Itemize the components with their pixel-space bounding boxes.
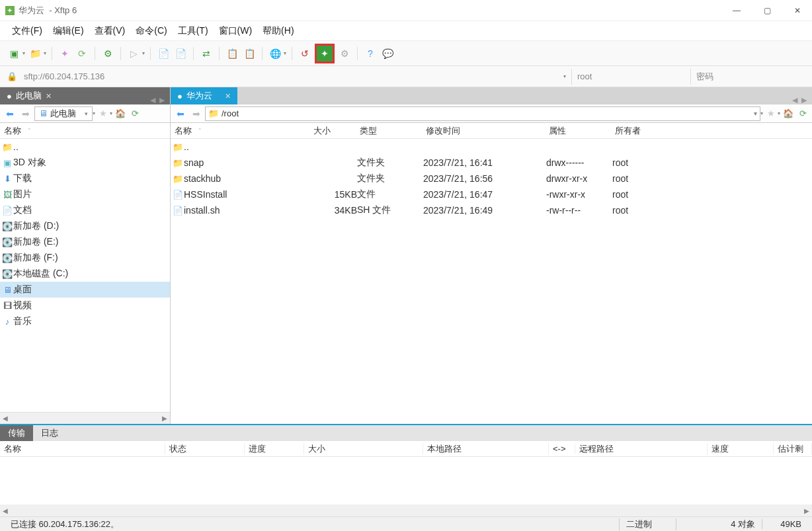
list-item[interactable]: 📄HSSInstall15KB文件2023/7/21, 16:47-rwxr-x…: [171, 186, 812, 202]
local-path-select[interactable]: 🖥此电脑▾: [34, 106, 93, 121]
item-type: SH 文件: [357, 204, 423, 216]
huawei-launch-icon[interactable]: ✦: [315, 44, 335, 63]
col-type[interactable]: 类型: [356, 123, 422, 138]
props-icon[interactable]: ⚙: [101, 46, 115, 61]
list-item[interactable]: 📁..: [0, 139, 170, 155]
bottom-scrollbar[interactable]: ◀▶: [0, 505, 812, 516]
tab-transfer[interactable]: 传输: [0, 425, 33, 441]
remote-file-list[interactable]: 📁..📁snap文件夹2023/7/21, 16:41drwx------roo…: [171, 139, 812, 424]
list-item[interactable]: ♪音乐: [0, 313, 170, 329]
status-mode: 二进制: [619, 518, 676, 530]
list-item[interactable]: 💽新加卷 (E:): [0, 234, 170, 250]
password-input[interactable]: 密码: [690, 69, 809, 85]
col-name[interactable]: 名称˄: [171, 123, 309, 138]
menu-window[interactable]: 窗口(W): [216, 24, 255, 38]
remote-path-input[interactable]: 📁 /root ▾: [205, 106, 760, 121]
list-item[interactable]: 🖥桌面: [0, 282, 170, 298]
item-name: ..: [184, 142, 189, 152]
forward-button[interactable]: ➡: [19, 106, 33, 121]
list-item[interactable]: 🎞视频: [0, 298, 170, 313]
list-item[interactable]: 💽新加卷 (F:): [0, 250, 170, 266]
file-icon: 📄: [172, 190, 184, 200]
col-attr[interactable]: 属性: [545, 123, 611, 138]
menu-view[interactable]: 查看(V): [92, 24, 128, 38]
tab-next-icon[interactable]: ▶: [159, 96, 165, 104]
list-item[interactable]: 📄文档: [0, 202, 170, 218]
menu-help[interactable]: 帮助(H): [260, 24, 296, 38]
play-icon[interactable]: ▷: [126, 46, 141, 61]
list-item[interactable]: 📁stackhub文件夹2023/7/21, 16:56drwxr-xr-xro…: [171, 171, 812, 186]
col-mtime[interactable]: 修改时间: [422, 123, 545, 138]
menu-tools[interactable]: 工具(T): [175, 24, 211, 38]
tab-local[interactable]: ● 此电脑✕: [0, 87, 58, 104]
list-item[interactable]: 📄install.sh34KBSH 文件2023/7/21, 16:49-rw-…: [171, 202, 812, 218]
tab-remote[interactable]: ● 华为云 ✕: [171, 87, 237, 104]
maximize-button[interactable]: ▢: [758, 6, 776, 15]
doc1-icon[interactable]: 📄: [156, 46, 171, 61]
item-attr: drwx------: [546, 157, 612, 168]
sync-arrows-icon[interactable]: ⇄: [199, 46, 214, 61]
col-size[interactable]: 大小: [309, 123, 356, 138]
disk-icon: 💽: [1, 237, 13, 247]
tab-log[interactable]: 日志: [33, 425, 66, 441]
tab-prev-icon[interactable]: ◀: [792, 96, 797, 104]
back-button[interactable]: ⬅: [173, 106, 188, 121]
doc2-icon[interactable]: 📄: [173, 46, 188, 61]
local-file-list[interactable]: 📁..▣3D 对象⬇下载🖼图片📄文档💽新加卷 (D:)💽新加卷 (E:)💽新加卷…: [0, 139, 170, 412]
list-item[interactable]: 📁..: [171, 139, 812, 155]
reload-icon[interactable]: ⟳: [128, 108, 142, 118]
list-item[interactable]: ⬇下载: [0, 171, 170, 186]
col-status[interactable]: 状态: [165, 443, 245, 455]
list-item[interactable]: 💽本地磁盘 (C:): [0, 266, 170, 282]
refresh-icon[interactable]: ⟳: [75, 46, 89, 61]
forward-button[interactable]: ➡: [189, 106, 204, 121]
status-total: 49KB: [762, 519, 808, 529]
minimize-button[interactable]: —: [727, 6, 746, 15]
globe-icon[interactable]: 🌐: [268, 46, 282, 61]
help-icon[interactable]: ?: [363, 46, 378, 61]
col-name[interactable]: 名称˄: [0, 123, 170, 138]
col-size[interactable]: 大小: [304, 443, 423, 455]
list-item[interactable]: 📁snap文件夹2023/7/21, 16:41drwx------root: [171, 155, 812, 171]
home-icon[interactable]: 🏠: [782, 108, 795, 118]
xshell-icon[interactable]: ↺: [298, 46, 312, 61]
chat-icon[interactable]: 💬: [380, 46, 395, 61]
menu-file[interactable]: 文件(F): [9, 24, 45, 38]
col-remotepath[interactable]: 远程路径: [575, 443, 708, 455]
sessions-icon[interactable]: ✦: [58, 46, 72, 61]
col-arrow[interactable]: <->: [549, 444, 575, 454]
username-input[interactable]: root: [571, 69, 690, 85]
item-name: install.sh: [184, 205, 220, 216]
list-item[interactable]: 🖼图片: [0, 186, 170, 202]
gear-icon[interactable]: ⚙: [337, 46, 352, 61]
close-icon[interactable]: ✕: [225, 92, 231, 101]
home-icon[interactable]: 🏠: [114, 108, 127, 118]
col-name[interactable]: 名称: [0, 443, 165, 455]
reload-icon[interactable]: ⟳: [796, 108, 809, 118]
status-connection: 已连接 60.204.175.136:22。: [4, 518, 619, 530]
new-session-icon[interactable]: ▣: [7, 46, 21, 61]
col-eta[interactable]: 估计剩: [774, 443, 812, 455]
col-localpath[interactable]: 本地路径: [423, 443, 549, 455]
transfer-list[interactable]: [0, 457, 812, 505]
copy2-icon[interactable]: 📋: [242, 46, 257, 61]
col-speed[interactable]: 速度: [708, 443, 774, 455]
list-item[interactable]: 💽新加卷 (D:): [0, 218, 170, 234]
star-icon[interactable]: ★: [97, 108, 110, 118]
col-progress[interactable]: 进度: [245, 443, 304, 455]
col-owner[interactable]: 所有者: [611, 123, 677, 138]
tab-next-icon[interactable]: ▶: [801, 96, 807, 104]
list-item[interactable]: ▣3D 对象: [0, 155, 170, 171]
tab-prev-icon[interactable]: ◀: [150, 96, 155, 104]
app-logo-icon: ✦: [5, 6, 15, 15]
address-input[interactable]: sftp://60.204.175.136: [21, 71, 565, 81]
star-icon[interactable]: ★: [764, 108, 778, 118]
copy1-icon[interactable]: 📋: [225, 46, 239, 61]
menu-edit[interactable]: 编辑(E): [50, 24, 87, 38]
open-folder-icon[interactable]: 📁: [28, 46, 42, 61]
local-scrollbar[interactable]: ◀▶: [0, 412, 170, 424]
back-button[interactable]: ⬅: [3, 106, 17, 121]
close-icon[interactable]: ✕: [46, 92, 52, 101]
close-button[interactable]: ✕: [788, 6, 807, 15]
menu-cmd[interactable]: 命令(C): [133, 24, 169, 38]
